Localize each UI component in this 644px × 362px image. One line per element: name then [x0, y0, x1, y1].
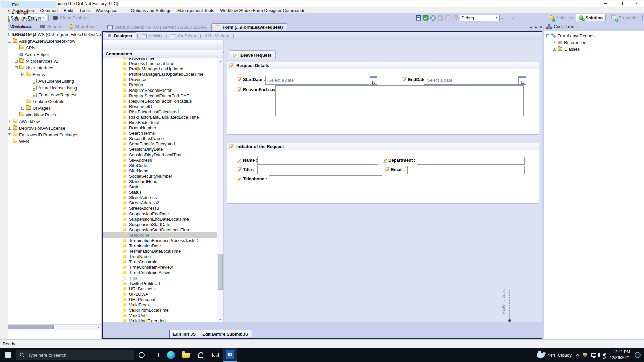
enddate-input[interactable]: Select a date — [424, 76, 519, 85]
component-item-suspensionenddatelocaltime[interactable]: SuspensionEndDateLocalTime — [103, 216, 217, 222]
tree-item-assignaznewlicenseorkflow[interactable]: −AssignAZNewLicenseorkflow — [0, 38, 101, 44]
component-item-timeconstraintactive[interactable]: TimeConstraintActive — [103, 270, 217, 275]
menu-item-build[interactable]: Build — [61, 8, 76, 13]
tree-item-formleaverequest[interactable]: FormLeaveRequest — [0, 91, 101, 98]
tab-scroll-right-icon[interactable]: ► — [535, 25, 538, 29]
department-input[interactable] — [417, 157, 525, 165]
component-item-sitename[interactable]: SiteName — [103, 168, 217, 173]
tree-item-apis[interactable]: APIs — [0, 44, 101, 51]
component-item-status[interactable]: Status — [103, 189, 217, 195]
leave-request-tab[interactable]: Leave Request — [229, 50, 276, 59]
tree-horizontal-scrollbar[interactable]: ◄ ► — [0, 324, 101, 330]
component-item-title[interactable]: Title — [103, 275, 217, 281]
menu-item-management-tools[interactable]: Management Tools — [174, 8, 217, 13]
tree-item-aworkflow[interactable]: +AWorkflow — [0, 118, 101, 125]
tree-item-classes[interactable]: +Classes — [544, 46, 644, 52]
component-item-streetaddress2[interactable]: StreetAddress2 — [103, 200, 217, 205]
components-scrollbar[interactable]: ▲ ▼ — [217, 58, 223, 322]
component-item-profilemanagerlastupdatedlocaltime[interactable]: ProfileManagerLastUpdatedLocalTime — [103, 71, 217, 77]
context-menu-item-isreadonly[interactable]: IsReadOnly — [0, 31, 57, 38]
tree-item-empowerid-product-packages[interactable]: +EmpowerID Product Packages — [0, 131, 101, 138]
component-item-processtimelocaltime[interactable]: ProcessTimeLocalTime — [103, 61, 217, 66]
network-icon[interactable] — [591, 353, 596, 357]
minimize-button[interactable] — [598, 0, 613, 7]
start-button[interactable] — [0, 348, 16, 362]
component-item-validuntil[interactable]: ValidUntil — [103, 313, 217, 318]
expand-icon[interactable]: + — [8, 127, 11, 130]
collapse-icon[interactable]: − — [21, 73, 24, 76]
component-item-sessiondirtydate[interactable]: SessionDirtyDate — [103, 146, 217, 152]
component-item-riskfactorlastcalculatedlocaltime[interactable]: RiskFactorLastCalculatedLocalTime — [103, 114, 217, 120]
stop-icon[interactable] — [437, 15, 443, 21]
sharepoint-button[interactable]: SharePoint — [66, 23, 99, 30]
component-item-requiresecondfactor[interactable]: RequireSecondFactor — [103, 87, 217, 93]
scroll-down-arrow-icon[interactable]: ▼ — [217, 317, 223, 322]
tree-item-user-interface[interactable]: −User Interface — [0, 64, 101, 71]
collapse-icon[interactable]: − — [8, 40, 11, 43]
component-item-urlpersonal[interactable]: URLPersonal — [103, 297, 217, 302]
close-button[interactable]: × — [629, 0, 644, 7]
designer-tab-xml-markup[interactable]: XML Markup — [202, 33, 232, 39]
context-menu-item-delete-column[interactable]: Delete Column — [0, 16, 57, 23]
designer-tab-activity[interactable]: Activity — [139, 33, 165, 39]
edge-button[interactable] — [164, 348, 178, 362]
tree-item-wfs[interactable]: WFS — [0, 138, 101, 145]
component-item-requiresecondfactorforradius[interactable]: RequireSecondFactorForRadius — [103, 98, 217, 104]
scroll-up-arrow-icon[interactable]: ▲ — [217, 58, 223, 64]
component-item-socialsecuritynumber[interactable]: SocialSecurityNumber — [103, 173, 217, 179]
validate-check-icon[interactable] — [423, 15, 429, 21]
expand-icon[interactable]: + — [15, 60, 18, 63]
menu-item-tools[interactable]: Tools — [76, 8, 93, 13]
name-input[interactable] — [257, 157, 378, 165]
expand-icon[interactable]: + — [8, 133, 11, 136]
enddate-calendar-icon[interactable]: 15 — [519, 76, 526, 85]
menu-item-workspace[interactable]: Workspace — [93, 8, 120, 13]
windows-cascade-icon[interactable] — [452, 15, 458, 21]
component-item-suspensionenddate[interactable]: SuspensionEndDate — [103, 211, 217, 216]
component-item-standardhours[interactable]: StandardHours — [103, 179, 217, 184]
tree-item-microservices-v1[interactable]: +Microservices v1 — [0, 58, 101, 64]
component-item-sipaddress[interactable]: SIPAddress — [103, 157, 217, 163]
reasonforleave-textarea[interactable] — [275, 85, 524, 116]
title-input[interactable] — [257, 166, 378, 174]
component-item-state[interactable]: State — [103, 184, 217, 189]
code-tree-label[interactable]: Code Tree — [554, 24, 574, 29]
tree-item-lookup-controls[interactable]: Lookup Controls — [0, 98, 101, 105]
expand-icon[interactable]: + — [8, 120, 11, 123]
store-button[interactable] — [193, 348, 208, 362]
menu-item-workflow-studio-form-designer-commands[interactable]: Workflow Studio Form Designer Commands — [217, 8, 308, 13]
component-item-suspensionstartdatelocaltime[interactable]: SuspensionStartDateLocalTime — [103, 227, 217, 232]
component-item-timeconstrain[interactable]: TimeConstrain — [103, 259, 217, 264]
component-item-sitecode[interactable]: SiteCode — [103, 163, 217, 168]
component-item-sessiondirtydatelocaltime[interactable]: SessionDirtyDateLocalTime — [103, 152, 217, 157]
component-item-secondlastname[interactable]: SecondLastName — [103, 136, 217, 141]
component-item-thirdname[interactable]: ThirdName — [103, 254, 217, 259]
tree-item-deprovisionawslicense[interactable]: +DeprovisionAwsLicense — [0, 125, 101, 131]
component-item-telephone[interactable]: Telephone — [103, 232, 217, 238]
expand-icon[interactable]: + — [553, 48, 556, 51]
component-item-province[interactable]: Province — [103, 77, 217, 82]
designer-tab-designer[interactable]: Designer — [105, 32, 136, 39]
component-item-riskfactorlastcalculated[interactable]: RiskFactorLastCalculated — [103, 109, 217, 114]
component-item-resourceid[interactable]: ResourceID — [103, 104, 217, 109]
edit-init-js-button[interactable]: Edit Init JS — [169, 330, 199, 338]
padding-handle-dot[interactable] — [508, 319, 511, 322]
navigate-forward-icon[interactable]: → — [508, 15, 514, 21]
run-play-icon[interactable] — [430, 15, 436, 21]
component-item-requiresecondfactorforldap[interactable]: RequireSecondFactorForLDAP — [103, 93, 217, 98]
startdate-input[interactable]: Select a date — [265, 76, 369, 85]
component-item-region[interactable]: Region — [103, 82, 217, 87]
component-item-profilemanagerlastupdated[interactable]: ProfileManagerLastUpdated — [103, 66, 217, 71]
tree-item-awslicenselisting[interactable]: AwsLicenseListing — [0, 78, 101, 84]
tray-expand-icon[interactable] — [576, 354, 579, 357]
component-item-sendemailasencrypted[interactable]: SendEmailAsEncrypted — [103, 141, 217, 146]
save-icon[interactable] — [415, 15, 421, 21]
menu-item-options-and-settings[interactable]: Options and Settings — [128, 8, 174, 13]
component-item-roomnumber[interactable]: RoomNumber — [103, 125, 217, 130]
telephone-input[interactable] — [269, 175, 382, 183]
startdate-calendar-icon[interactable]: 15 — [370, 76, 377, 85]
tree-item-ui-pages[interactable]: +UI Pages — [0, 105, 101, 111]
weather-widget[interactable]: 44°F Cloudy — [537, 353, 572, 358]
task-view-button[interactable] — [149, 348, 164, 362]
context-menu-item-bindings[interactable]: Bindings — [0, 8, 57, 16]
